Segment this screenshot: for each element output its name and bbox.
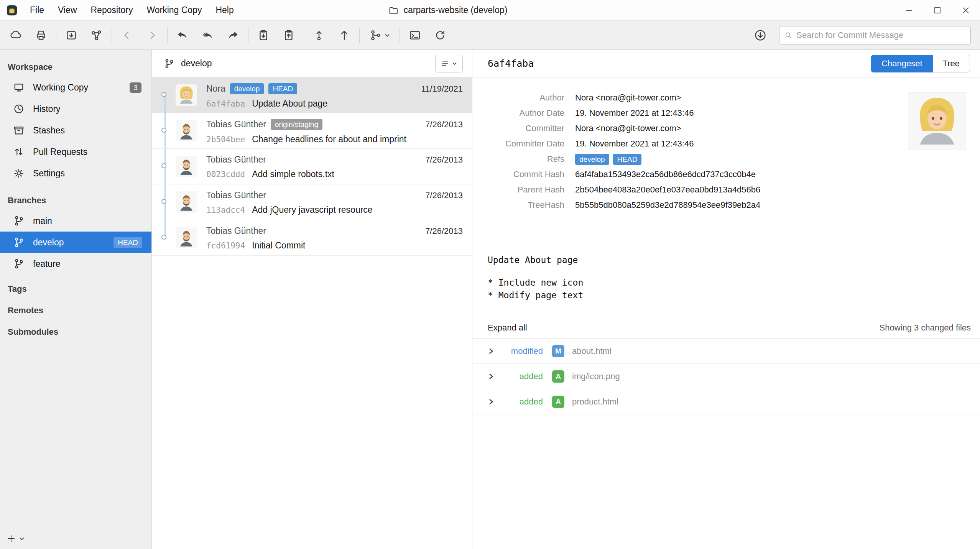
menu-view[interactable]: View: [51, 0, 84, 20]
folder-icon: [388, 5, 398, 15]
sidebar-item-pull-requests[interactable]: Pull Requests: [0, 141, 151, 163]
chevron-right-icon[interactable]: [488, 373, 495, 380]
submodules-section-header[interactable]: Submodules: [0, 321, 151, 343]
author-value: Nora <nora@git-tower.com>: [575, 93, 681, 103]
info-label: Committer: [472, 123, 564, 133]
commit-author: Tobias Günther: [206, 226, 266, 236]
modified-badge: M: [552, 345, 564, 357]
avatar: [176, 156, 197, 177]
info-label: Commit Hash: [472, 169, 564, 179]
info-label: Refs: [472, 154, 564, 164]
remotes-section-header[interactable]: Remotes: [0, 300, 151, 321]
menu-help[interactable]: Help: [209, 0, 240, 20]
graph-node-icon: [161, 235, 166, 240]
sidebar-item-working-copy[interactable]: Working Copy 3: [0, 77, 151, 98]
commit-date: 7/26/2013: [425, 191, 463, 201]
file-row[interactable]: modified M about.html: [472, 339, 980, 364]
changed-files-bar: Expand all Showing 3 changed files: [472, 317, 980, 339]
menu-repository[interactable]: Repository: [84, 0, 140, 20]
revert-button[interactable]: [195, 25, 220, 46]
file-name: img/icon.png: [572, 371, 620, 381]
commit-date: 11/19/2021: [421, 84, 463, 94]
refresh-button[interactable]: [428, 25, 453, 46]
changed-files-summary: Showing 3 changed files: [880, 323, 971, 333]
commit-date: 7/26/2013: [425, 120, 463, 130]
commit-author: Tobias Günther: [206, 155, 266, 165]
sidebar-item-branch-develop[interactable]: develop HEAD: [0, 232, 151, 253]
undo-button[interactable]: [170, 25, 195, 46]
commit-row[interactable]: Tobias Günther 7/26/2013 0023cddd Add si…: [152, 149, 472, 184]
file-row[interactable]: added A product.html: [472, 389, 980, 414]
tab-changeset[interactable]: Changeset: [871, 55, 932, 72]
cloud-button[interactable]: [3, 25, 28, 46]
sidebar-item-branch-main[interactable]: main: [0, 210, 151, 232]
commit-arrow-icon: [312, 29, 326, 42]
services-button[interactable]: [84, 25, 109, 46]
terminal-button[interactable]: [402, 25, 428, 46]
commit-row[interactable]: Tobias Günther origin/staging 7/26/2013 …: [152, 113, 472, 149]
commit-row[interactable]: Tobias Günther 7/26/2013 113adcc4 Add jQ…: [152, 184, 472, 220]
repository-button[interactable]: [59, 25, 84, 46]
minimize-button[interactable]: [895, 0, 923, 20]
sidebar-item-settings[interactable]: Settings: [0, 163, 151, 184]
sidebar-item-history[interactable]: History: [0, 98, 151, 120]
commit-hash: 113adcc4: [206, 205, 245, 215]
commit-message-title: Update About page: [488, 255, 980, 265]
branch-icon: [163, 58, 175, 69]
commit-message: Change headlines for about and imprint: [252, 134, 406, 145]
forward-commit-button[interactable]: [220, 25, 246, 46]
commit-hash: 2b504bee: [206, 135, 245, 144]
parent-hash-value: 2b504bee4083a20e0ef1e037eea0bd913a4d56b6: [575, 185, 760, 195]
list-options-button[interactable]: [435, 55, 463, 72]
sidebar-item-branch-feature[interactable]: feature: [0, 253, 151, 274]
merge-button[interactable]: [362, 25, 397, 46]
print-button[interactable]: [28, 25, 54, 46]
chevron-right-icon[interactable]: [488, 398, 495, 405]
commit-row[interactable]: Nora develop HEAD 11/19/2021 6af4faba Up…: [152, 77, 472, 113]
add-button[interactable]: [6, 534, 16, 545]
branch-icon: [13, 237, 25, 248]
maximize-button[interactable]: [923, 0, 952, 20]
stash-save-button[interactable]: [251, 25, 276, 46]
search-input[interactable]: [796, 30, 966, 40]
forward-button[interactable]: [140, 25, 165, 46]
close-button[interactable]: [952, 0, 980, 20]
sidebar-item-stashes[interactable]: Stashes: [0, 120, 151, 141]
commit-graph: [152, 149, 176, 184]
commit-info: AuthorNora <nora@git-tower.com> Author D…: [472, 77, 980, 241]
branch-icon: [13, 258, 25, 270]
tags-section-header[interactable]: Tags: [0, 278, 151, 300]
app-logo-icon: [6, 5, 18, 16]
commit-button[interactable]: [306, 25, 332, 46]
info-label: Committer Date: [472, 139, 564, 149]
chevron-right-icon[interactable]: [488, 348, 495, 355]
menu-file[interactable]: File: [23, 0, 51, 20]
repository-icon: [65, 29, 78, 42]
window-title: carparts-website (develop): [388, 5, 507, 15]
workspace-section-header: Workspace: [0, 58, 151, 77]
commit-row[interactable]: Tobias Günther 7/26/2013 fcd61994 Initia…: [152, 220, 472, 256]
push-button[interactable]: [332, 25, 357, 46]
file-row[interactable]: added A img/icon.png: [472, 364, 980, 389]
head-badge: HEAD: [268, 83, 297, 94]
reply-arrow-icon: [176, 29, 189, 42]
fetch-button[interactable]: [748, 25, 773, 46]
author-avatar: [908, 92, 966, 150]
tab-tree[interactable]: Tree: [933, 55, 970, 72]
hamburger-icon: [441, 59, 449, 68]
stash-apply-button[interactable]: [276, 25, 301, 46]
toolbar-separator: [56, 28, 56, 43]
add-options-chevron[interactable]: [19, 536, 25, 543]
expand-all-link[interactable]: Expand all: [488, 323, 527, 333]
chevron-down-icon: [452, 61, 457, 66]
info-label: TreeHash: [472, 200, 564, 210]
commit-details-panel: 6af4faba Changeset Tree AuthorNora <nora…: [472, 50, 980, 549]
menu-working-copy[interactable]: Working Copy: [140, 0, 209, 20]
window-controls: [895, 0, 980, 20]
back-button[interactable]: [114, 25, 140, 46]
sidebar-item-label: Pull Requests: [33, 147, 87, 157]
commit-message: Update About page: [252, 99, 327, 109]
commit-message-line: * Modify page text: [488, 289, 980, 302]
info-label: Author: [472, 93, 564, 103]
remote-branch-badge: origin/staging: [271, 119, 322, 130]
